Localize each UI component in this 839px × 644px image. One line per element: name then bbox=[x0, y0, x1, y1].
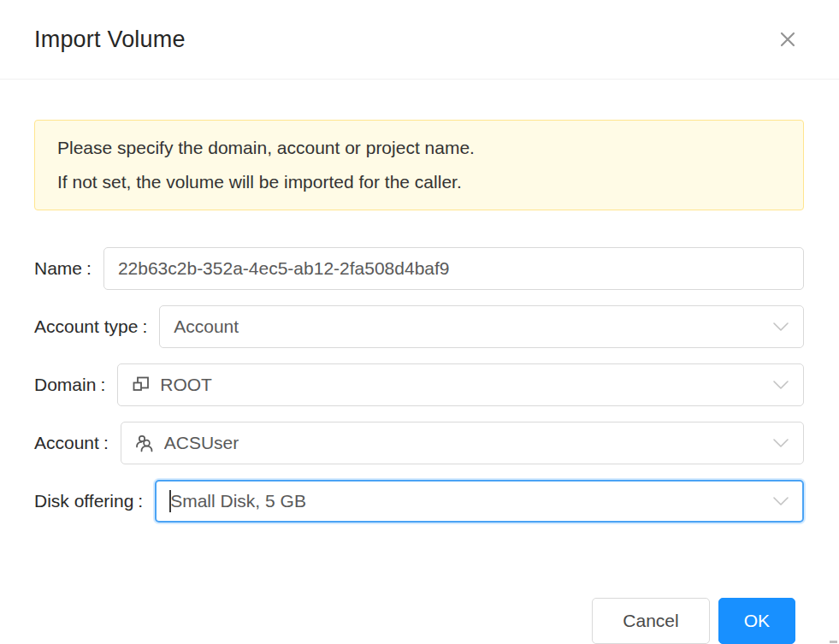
close-icon bbox=[777, 29, 798, 50]
cancel-button[interactable]: Cancel bbox=[592, 598, 709, 644]
domain-select-value: ROOT bbox=[160, 375, 764, 395]
label-colon: : bbox=[100, 375, 105, 395]
account-type-select[interactable]: Account bbox=[159, 305, 804, 348]
account-type-select-value: Account bbox=[174, 316, 764, 337]
label-colon: : bbox=[138, 491, 143, 511]
name-label-text: Name bbox=[34, 258, 82, 279]
block-icon bbox=[132, 375, 151, 394]
chevron-down-icon bbox=[772, 322, 789, 333]
label-colon: : bbox=[86, 258, 92, 279]
chevron-down-icon bbox=[772, 380, 789, 391]
modal-footer: Cancel OK bbox=[0, 576, 839, 644]
import-volume-modal: Import Volume Please specify the domain,… bbox=[0, 0, 839, 644]
close-button[interactable] bbox=[769, 21, 807, 58]
modal-body: Please specify the domain, account or pr… bbox=[0, 80, 839, 576]
resize-corner-mark bbox=[830, 641, 837, 643]
account-label-text: Account bbox=[34, 433, 99, 453]
disk-offering-label-text: Disk offering bbox=[34, 491, 133, 511]
disk-offering-label: Disk offering : bbox=[34, 491, 155, 511]
ok-button[interactable]: OK bbox=[718, 598, 795, 644]
disk-offering-select-value: Small Disk, 5 GB bbox=[170, 491, 764, 511]
domain-label: Domain : bbox=[34, 375, 117, 395]
label-colon: : bbox=[142, 316, 147, 337]
account-select[interactable]: ACSUser bbox=[121, 422, 804, 464]
modal-header: Import Volume bbox=[0, 0, 839, 80]
team-icon bbox=[135, 434, 155, 452]
domain-select[interactable]: ROOT bbox=[117, 363, 804, 406]
account-label: Account : bbox=[34, 433, 121, 453]
form-row-account-type: Account type : Account bbox=[34, 305, 804, 348]
disk-offering-select[interactable]: Small Disk, 5 GB bbox=[155, 480, 804, 523]
modal-title: Import Volume bbox=[34, 27, 186, 53]
alert-message-line2: If not set, the volume will be imported … bbox=[57, 165, 781, 199]
account-type-label: Account type : bbox=[34, 316, 159, 337]
form-row-account: Account : ACSUser bbox=[34, 422, 804, 464]
label-colon: : bbox=[103, 433, 109, 453]
form-row-disk-offering: Disk offering : Small Disk, 5 GB bbox=[34, 480, 804, 523]
name-label: Name : bbox=[34, 258, 103, 279]
chevron-down-icon bbox=[772, 496, 789, 507]
form-row-name: Name : bbox=[34, 247, 804, 290]
account-select-value: ACSUser bbox=[164, 433, 764, 453]
form-row-domain: Domain : ROOT bbox=[34, 363, 804, 406]
domain-label-text: Domain bbox=[34, 375, 96, 395]
alert-message-line1: Please specify the domain, account or pr… bbox=[57, 131, 781, 165]
warning-alert: Please specify the domain, account or pr… bbox=[34, 120, 804, 210]
name-input[interactable] bbox=[103, 247, 804, 290]
chevron-down-icon bbox=[772, 438, 789, 449]
account-type-label-text: Account type bbox=[34, 316, 138, 337]
